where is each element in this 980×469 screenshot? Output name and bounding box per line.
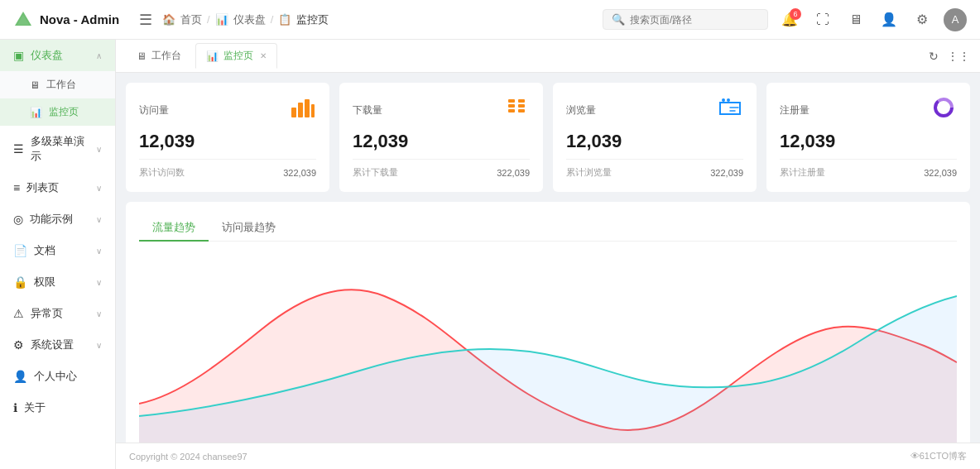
- breadcrumb-home-icon: 🏠: [162, 13, 175, 26]
- line-chart: [139, 255, 957, 443]
- chevron-down-icon-2: ∨: [96, 184, 102, 193]
- sidebar-item-about[interactable]: ℹ 关于: [0, 392, 115, 424]
- chart-tab-traffic[interactable]: 流量趋势: [139, 215, 209, 242]
- sidebar-item-dashboard[interactable]: ▣ 仪表盘 ∧: [0, 40, 115, 71]
- footer-copyright: Copyright © 2024 chansee97: [129, 452, 247, 462]
- search-box[interactable]: 🔍: [603, 9, 768, 30]
- dashboard-icon: ▣: [13, 49, 24, 62]
- sidebar-sub-workbench[interactable]: 🖥 工作台: [0, 71, 115, 98]
- svg-rect-8: [508, 104, 515, 108]
- stat-label-downloads: 下载量: [353, 103, 382, 117]
- refresh-icon[interactable]: ↻: [929, 50, 939, 63]
- chevron-down-icon-6: ∨: [96, 309, 102, 318]
- sidebar-item-permissions[interactable]: 🔒 权限 ∨: [0, 266, 115, 298]
- breadcrumb-dashboard-icon: 📊: [215, 13, 228, 26]
- window-icon[interactable]: 🖥: [844, 8, 867, 31]
- tab-workbench-icon: 🖥: [137, 50, 147, 62]
- tab-monitor-icon: 📊: [206, 50, 219, 62]
- chevron-down-icon-3: ∨: [96, 215, 102, 224]
- chevron-up-icon: ∧: [96, 51, 102, 60]
- stat-footer-value-pageviews: 322,039: [710, 168, 743, 178]
- breadcrumb-sep2: /: [271, 13, 274, 26]
- browse-icon: [717, 96, 743, 119]
- stat-footer-downloads: 累计下载量 322,039: [353, 159, 530, 179]
- breadcrumb-dashboard[interactable]: 仪表盘: [233, 12, 266, 27]
- tab-monitor[interactable]: 📊 监控页 ✕: [195, 43, 277, 69]
- download-icon: [503, 96, 530, 119]
- chart-tabs: 流量趋势 访问最趋势: [139, 215, 957, 242]
- settings-icon[interactable]: ⚙: [910, 8, 934, 31]
- tab-grid-icon[interactable]: ⋮⋮: [947, 50, 970, 63]
- sidebar-label-features: 功能示例: [30, 212, 89, 227]
- sidebar-label-dashboard: 仪表盘: [31, 48, 89, 63]
- workbench-icon: 🖥: [30, 79, 40, 91]
- search-icon: 🔍: [612, 13, 625, 26]
- about-icon: ℹ: [13, 401, 17, 414]
- stat-value-visits: 12,039: [139, 131, 316, 152]
- sidebar-label-about: 关于: [24, 400, 102, 415]
- sidebar-item-docs[interactable]: 📄 文档 ∨: [0, 235, 115, 266]
- breadcrumb-home[interactable]: 首页: [180, 12, 202, 27]
- notification-badge: 6: [790, 8, 801, 20]
- sidebar-label-list: 列表页: [26, 180, 89, 195]
- list-icon: ≡: [13, 181, 20, 194]
- stat-card-pageviews-header: 浏览量: [566, 96, 743, 124]
- stat-footer-label-visits: 累计访问数: [139, 166, 185, 179]
- main-layout: ▣ 仪表盘 ∧ 🖥 工作台 📊 监控页 ☰ 多级菜单演示 ∨ ≡ 列表页 ∨ ◎…: [0, 40, 980, 469]
- user-icon[interactable]: 👤: [877, 8, 901, 31]
- chevron-down-icon-1: ∨: [96, 145, 102, 154]
- avatar[interactable]: A: [944, 8, 967, 31]
- stat-label-reg: 注册量: [780, 103, 809, 117]
- notification-bell[interactable]: 🔔 6: [778, 8, 801, 31]
- stat-footer-reg: 累计注册量 322,039: [780, 159, 957, 179]
- sidebar-item-profile[interactable]: 👤 个人中心: [0, 361, 115, 392]
- footer-info: 👁61CTO博客: [910, 450, 967, 462]
- chart-area: [139, 255, 957, 443]
- permissions-icon: 🔒: [13, 275, 27, 289]
- sidebar-item-features[interactable]: ◎ 功能示例 ∨: [0, 203, 115, 235]
- breadcrumb-current: 监控页: [296, 12, 329, 27]
- chart-section: 流量趋势 访问最趋势 10:00: [126, 202, 970, 443]
- fullscreen-icon[interactable]: ⛶: [811, 8, 834, 31]
- sidebar-item-settings[interactable]: ⚙ 系统设置 ∨: [0, 329, 115, 361]
- search-input[interactable]: [630, 14, 759, 26]
- stat-card-registrations: 注册量 12,039 累计注册量 322,039: [766, 83, 970, 192]
- tab-close-icon[interactable]: ✕: [260, 51, 267, 60]
- stat-footer-label-pageviews: 累计浏览量: [566, 166, 612, 179]
- stat-label-visits: 访问量: [139, 103, 169, 117]
- chart-tab-visits[interactable]: 访问最趋势: [209, 215, 289, 242]
- menu-toggle-icon[interactable]: ☰: [139, 11, 152, 29]
- svg-point-12: [722, 98, 725, 102]
- stat-footer-value-reg: 322,039: [924, 168, 957, 178]
- sidebar-item-multilevel[interactable]: ☰ 多级菜单演示 ∨: [0, 126, 115, 172]
- stat-card-visits-header: 访问量: [139, 96, 316, 124]
- page-content: 访问量 12,039 累计访问数 322: [116, 73, 980, 443]
- logo: Nova - Admin: [13, 10, 129, 30]
- sidebar-item-exception[interactable]: ⚠ 异常页 ∨: [0, 298, 115, 329]
- svg-point-13: [727, 98, 730, 102]
- chevron-down-icon-4: ∨: [96, 246, 102, 256]
- content-area: 🖥 工作台 📊 监控页 ✕ ↻ ⋮⋮ 访问量: [116, 40, 980, 469]
- chevron-down-icon-5: ∨: [96, 278, 102, 287]
- profile-icon: 👤: [13, 370, 27, 383]
- monitor-label: 监控页: [49, 105, 79, 119]
- stat-icon-visits: [290, 96, 316, 124]
- sidebar-label-multilevel: 多级菜单演示: [31, 134, 89, 164]
- stat-card-downloads: 下载量 12,039: [339, 83, 543, 192]
- features-icon: ◎: [13, 213, 23, 226]
- monitor-icon: 📊: [30, 107, 42, 118]
- stat-value-reg: 12,039: [780, 131, 957, 152]
- settings-sidebar-icon: ⚙: [13, 338, 24, 352]
- breadcrumb: 🏠 首页 / 📊 仪表盘 / 📋 监控页: [162, 12, 593, 27]
- logo-icon: [13, 10, 33, 30]
- workbench-label: 工作台: [46, 78, 76, 92]
- svg-rect-10: [508, 109, 515, 112]
- tab-workbench[interactable]: 🖥 工作台: [126, 43, 192, 69]
- sidebar-item-list[interactable]: ≡ 列表页 ∨: [0, 172, 115, 203]
- sidebar-sub-monitor[interactable]: 📊 监控页: [0, 98, 115, 126]
- breadcrumb-sep1: /: [207, 13, 210, 26]
- footer: Copyright © 2024 chansee97 👁61CTO博客: [116, 443, 980, 469]
- stat-footer-visits: 累计访问数 322,039: [139, 159, 316, 179]
- chevron-down-icon-7: ∨: [96, 341, 102, 350]
- stat-footer-value-downloads: 322,039: [497, 168, 530, 178]
